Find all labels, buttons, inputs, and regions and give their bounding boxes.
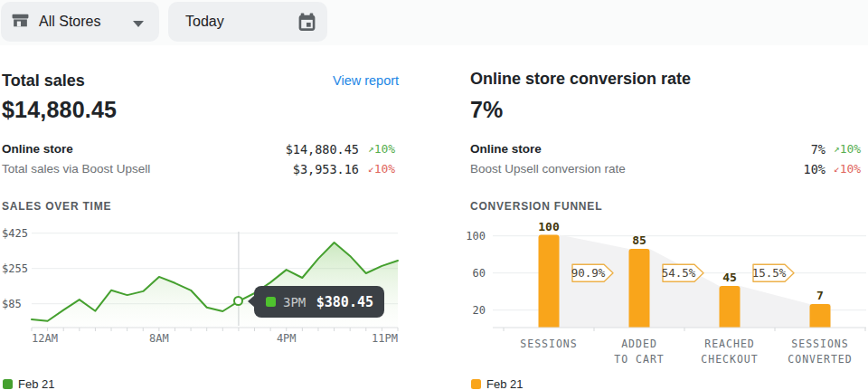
category-label: ADDED [621, 338, 657, 350]
storefront-icon [11, 11, 30, 33]
y-tick-label: 100 [466, 230, 486, 243]
metric-value: 7% [705, 142, 826, 157]
delta-percent: 10% [840, 142, 861, 156]
funnel-bar [629, 249, 650, 328]
conversion-rate-value: 7% [470, 97, 504, 123]
metric-row-boost-upsell-sales: Total sales via Boost Upsell $3,953.16 ↙… [2, 160, 398, 178]
conversion-rate-title: Online store conversion rate [470, 70, 691, 89]
calendar-icon [297, 12, 317, 35]
trend-up-icon: ↗ [834, 143, 840, 155]
total-sales-value: $14,880.45 [2, 97, 117, 123]
sales-legend: Feb 21 [3, 377, 54, 390]
metric-label: Online store [2, 142, 73, 156]
metric-delta: ↙10% [834, 162, 861, 176]
metric-label: Online store [470, 142, 542, 156]
funnel-bar [720, 286, 741, 328]
category-label: REACHED [704, 338, 754, 350]
total-sales-title: Total sales [2, 71, 85, 90]
chevron-down-icon [133, 21, 144, 27]
delta-percent: 10% [374, 162, 395, 176]
metric-value: $14,880.45 [228, 142, 359, 157]
date-selector-label: Today [185, 14, 224, 30]
tooltip-value: $380.45 [316, 294, 373, 310]
x-tick-label: 12AM [32, 332, 58, 345]
date-selector-button[interactable]: Today [168, 2, 327, 42]
chart-tooltip: 3PM $380.45 [254, 286, 384, 318]
metric-row-online-store-sales: Online store $14,880.45 ↗10% [2, 140, 398, 158]
metric-value: $3,953.16 [228, 162, 359, 176]
y-tick-label: $425 [2, 227, 28, 240]
conversion-badge-label: 90.9% [571, 266, 606, 280]
metric-row-boost-upsell-conversion: Boost Upsell conversion rate 10% ↙10% [470, 160, 866, 178]
metric-row-online-store-conversion: Online store 7% ↗10% [470, 140, 866, 158]
bar-value-label: 85 [632, 233, 646, 247]
legend-swatch-orange [471, 379, 481, 389]
x-tick-label: 11PM [372, 332, 398, 345]
y-tick-label: $85 [2, 298, 22, 310]
bar-value-label: 45 [722, 271, 737, 284]
view-report-link[interactable]: View report [333, 73, 399, 88]
conversion-badge-label: 54.5% [662, 266, 696, 280]
store-selector-label: All Stores [39, 14, 100, 30]
category-label: CHECKOUT [701, 353, 758, 366]
y-tick-label: 20 [473, 304, 486, 317]
tooltip-time: 3PM [283, 295, 306, 309]
metric-delta: ↙10% [368, 162, 395, 176]
y-tick-label: 60 [473, 267, 486, 280]
funnel-bar [539, 235, 560, 328]
tooltip-series-swatch [266, 297, 276, 307]
metric-delta: ↗10% [834, 142, 861, 156]
y-tick-label: $255 [2, 262, 28, 275]
category-label: SESSIONS [791, 338, 848, 350]
legend-label: Feb 21 [18, 377, 54, 390]
metric-delta: ↗10% [368, 142, 395, 156]
trend-down-icon: ↙ [368, 163, 374, 175]
metric-label: Total sales via Boost Upsell [2, 162, 150, 176]
bar-value-label: 100 [538, 220, 560, 233]
sales-over-time-heading: SALES OVER TIME [2, 200, 111, 213]
funnel-bar [810, 304, 831, 328]
bar-value-label: 7 [816, 289, 824, 302]
x-tick-label: 8AM [149, 332, 169, 345]
category-label: TO CART [614, 353, 664, 366]
trend-down-icon: ↙ [834, 163, 840, 175]
conversion-funnel-chart[interactable]: 10060201008545790.9%54.5%15.5%SESSIONSAD… [443, 204, 868, 368]
x-tick-label: 4PM [277, 332, 297, 345]
metric-label: Boost Upsell conversion rate [470, 162, 626, 176]
category-label: CONVERTED [788, 353, 852, 366]
legend-swatch-green [3, 379, 13, 389]
analytics-dashboard: All Stores Today Total sales View report… [0, 0, 868, 390]
funnel-legend: Feb 21 [471, 377, 523, 390]
legend-label: Feb 21 [486, 377, 523, 390]
topbar: All Stores Today [0, 0, 868, 45]
delta-percent: 10% [840, 162, 861, 176]
category-label: SESSIONS [520, 338, 577, 350]
metric-value: 10% [705, 162, 826, 176]
conversion-badge-label: 15.5% [752, 266, 787, 280]
trend-up-icon: ↗ [368, 143, 374, 155]
delta-percent: 10% [374, 142, 395, 156]
store-selector-button[interactable]: All Stores [1, 2, 159, 42]
